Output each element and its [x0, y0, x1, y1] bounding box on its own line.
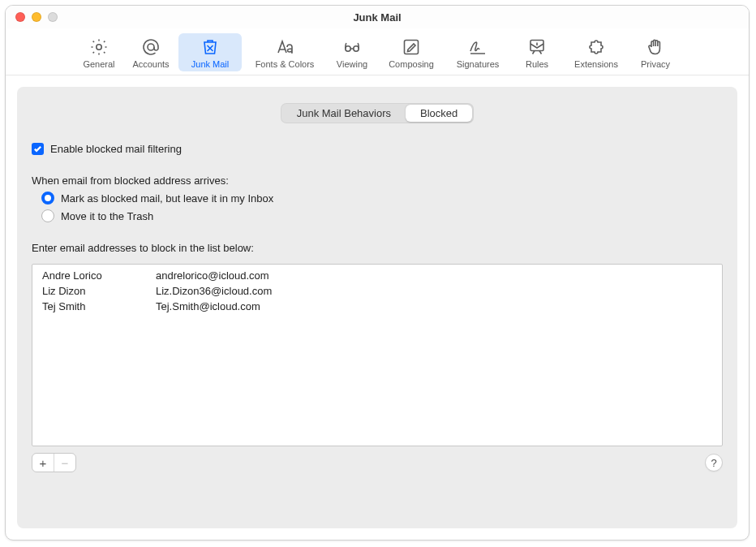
- radio-move-trash[interactable]: [41, 209, 54, 222]
- blocked-name: Liz Dizon: [42, 285, 156, 297]
- blocked-email: Liz.Dizon36@icloud.com: [156, 285, 712, 297]
- radio-move-trash-label: Move it to the Trash: [61, 210, 153, 222]
- tab-composing-label: Composing: [389, 59, 434, 69]
- tab-fonts-colors-label: Fonts & Colors: [256, 59, 315, 69]
- compose-icon: [402, 37, 421, 58]
- footer-controls: + − ?: [32, 453, 723, 472]
- check-icon: [33, 144, 42, 153]
- blocked-name: Tej Smith: [42, 300, 156, 312]
- hand-icon: [646, 37, 665, 58]
- option-mark-leave: Mark as blocked mail, but leave it in my…: [32, 192, 723, 205]
- zoom-window-button: [48, 12, 58, 22]
- svg-point-2: [346, 46, 350, 51]
- at-icon: [141, 37, 161, 58]
- minimize-window-button[interactable]: [32, 12, 41, 22]
- puzzle-icon: [586, 37, 606, 58]
- list-item[interactable]: Andre Loricoandrelorico@icloud.com: [32, 268, 722, 283]
- add-button[interactable]: +: [32, 454, 54, 472]
- tab-general-label: General: [83, 59, 114, 69]
- tab-junk-mail[interactable]: Junk Mail: [178, 33, 242, 71]
- rules-icon: [527, 37, 547, 58]
- fonts-icon: [275, 37, 294, 58]
- svg-point-3: [354, 46, 359, 51]
- radio-mark-leave-label: Mark as blocked mail, but leave it in my…: [61, 192, 273, 205]
- tab-rules[interactable]: Rules: [513, 33, 561, 71]
- list-item[interactable]: Liz DizonLiz.Dizon36@icloud.com: [32, 283, 722, 299]
- list-item[interactable]: Tej SmithTej.Smith@icloud.com: [32, 299, 722, 314]
- junk-mail-icon: [200, 37, 220, 58]
- tab-privacy-label: Privacy: [641, 59, 670, 69]
- svg-point-0: [97, 45, 101, 50]
- radio-mark-leave[interactable]: [41, 192, 54, 205]
- tab-accounts[interactable]: Accounts: [127, 33, 175, 71]
- list-prompt-label: Enter email addresses to block in the li…: [32, 242, 254, 254]
- blocked-email: Tej.Smith@icloud.com: [156, 300, 712, 312]
- svg-point-1: [148, 44, 154, 50]
- tab-accounts-label: Accounts: [132, 59, 169, 69]
- when-blocked-heading: When email from blocked address arrives:: [32, 174, 723, 187]
- window-title: Junk Mail: [6, 11, 749, 24]
- enable-filtering-label: Enable blocked mail filtering: [50, 143, 182, 155]
- preferences-toolbar: General Accounts Junk Mail Fonts & Color…: [6, 28, 749, 75]
- titlebar: Junk Mail: [6, 6, 749, 28]
- tab-signatures-label: Signatures: [457, 59, 500, 69]
- tab-viewing[interactable]: Viewing: [328, 33, 376, 71]
- tab-rules-label: Rules: [526, 59, 548, 69]
- tab-junk-mail-label: Junk Mail: [191, 59, 229, 69]
- tab-extensions[interactable]: Extensions: [565, 33, 628, 71]
- option-move-trash: Move it to the Trash: [32, 209, 723, 222]
- help-button[interactable]: ?: [705, 454, 723, 472]
- close-window-button[interactable]: [15, 12, 25, 22]
- blocked-list[interactable]: Andre Loricoandrelorico@icloud.comLiz Di…: [32, 264, 723, 446]
- blocked-name: Andre Lorico: [42, 269, 156, 282]
- preferences-window: Junk Mail General Accounts Junk Mail Fon…: [5, 5, 750, 541]
- tab-fonts-colors[interactable]: Fonts & Colors: [245, 33, 324, 71]
- tab-junk-behaviors[interactable]: Junk Mail Behaviors: [282, 105, 406, 122]
- remove-button[interactable]: −: [54, 454, 75, 472]
- add-remove-group: + −: [32, 453, 76, 472]
- tab-signatures[interactable]: Signatures: [446, 33, 509, 71]
- tab-privacy[interactable]: Privacy: [631, 33, 680, 71]
- enable-filtering-row: Enable blocked mail filtering: [32, 143, 723, 155]
- signature-icon: [468, 37, 488, 58]
- list-prompt-heading: Enter email addresses to block in the li…: [32, 242, 723, 254]
- content-pane: Junk Mail Behaviors Blocked Enable block…: [17, 87, 737, 528]
- tab-viewing-label: Viewing: [337, 59, 367, 69]
- gear-icon: [89, 37, 109, 58]
- enable-filtering-checkbox[interactable]: [32, 143, 44, 155]
- blocked-email: andrelorico@icloud.com: [156, 269, 712, 282]
- when-blocked-label: When email from blocked address arrives:: [32, 174, 229, 187]
- traffic-lights: [6, 12, 58, 22]
- tab-blocked[interactable]: Blocked: [406, 105, 472, 122]
- tab-extensions-label: Extensions: [574, 59, 618, 69]
- glasses-icon: [342, 37, 362, 58]
- subtab-switcher: Junk Mail Behaviors Blocked: [32, 103, 723, 123]
- tab-composing[interactable]: Composing: [380, 33, 443, 71]
- tab-general[interactable]: General: [75, 33, 123, 71]
